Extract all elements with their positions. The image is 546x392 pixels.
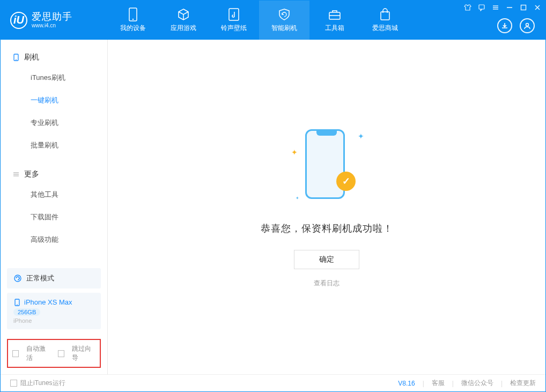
- sidebar-item-batch-flash[interactable]: 批量刷机: [1, 134, 107, 157]
- device-card[interactable]: iPhone XS Max 256GB iPhone: [7, 293, 101, 329]
- music-file-icon: [227, 8, 241, 21]
- tab-label: 铃声壁纸: [221, 24, 247, 33]
- tab-label: 应用游戏: [171, 24, 196, 33]
- phone-icon: [13, 299, 21, 306]
- svg-rect-6: [479, 5, 484, 9]
- flash-options-highlighted: 自动激活 跳过向导: [7, 339, 101, 368]
- svg-rect-11: [521, 5, 526, 10]
- checkbox-auto-activate[interactable]: [12, 350, 19, 357]
- device-name-row: iPhone XS Max: [13, 298, 94, 306]
- toolbox-icon: [328, 8, 342, 21]
- version-label: V8.16: [398, 380, 415, 387]
- download-button[interactable]: [497, 18, 512, 33]
- close-button[interactable]: [533, 3, 542, 12]
- phone-icon: [12, 54, 20, 61]
- footer: 阻止iTunes运行 V8.16 | 客服 | 微信公众号 | 检查更新: [1, 374, 545, 391]
- list-icon: [12, 171, 20, 178]
- sidebar-section-more: 更多 其他工具 下载固件 高级功能: [1, 157, 107, 251]
- tab-ringtones-wallpapers[interactable]: 铃声壁纸: [209, 1, 259, 40]
- checkbox-block-itunes[interactable]: [10, 380, 17, 387]
- sparkle-icon: ✦: [296, 196, 299, 201]
- skin-icon[interactable]: [463, 3, 473, 12]
- checkbox-label: 跳过向导: [72, 344, 95, 363]
- main-content: ✓ ✦ ✦ ✦ 恭喜您，保资料刷机成功啦！ 确定 查看日志: [108, 40, 545, 374]
- footer-right: V8.16 | 客服 | 微信公众号 | 检查更新: [398, 379, 536, 388]
- sparkle-icon: ✦: [358, 132, 364, 140]
- sidebar-section-head: 刷机: [1, 48, 107, 66]
- sidebar-item-advanced[interactable]: 高级功能: [1, 228, 107, 251]
- view-log-link[interactable]: 查看日志: [314, 279, 340, 288]
- minimize-button[interactable]: [505, 3, 514, 12]
- app-url: www.i4.cn: [32, 23, 72, 28]
- logo-area: iU 爱思助手 www.i4.cn: [1, 1, 108, 40]
- ok-button[interactable]: 确定: [294, 250, 359, 269]
- section-title: 刷机: [24, 53, 39, 62]
- device-capacity: 256GB: [13, 308, 40, 316]
- menu-icon[interactable]: [491, 3, 500, 12]
- nav-tabs: 我的设备 应用游戏 铃声壁纸 智能刷机 工具箱 爱思商城: [108, 1, 410, 40]
- success-message: 恭喜您，保资料刷机成功啦！: [261, 222, 393, 235]
- checkbox-label: 阻止iTunes运行: [20, 379, 65, 388]
- sparkle-icon: ✦: [291, 148, 298, 157]
- tab-label: 工具箱: [325, 24, 344, 33]
- tab-store[interactable]: 爱思商城: [360, 1, 410, 40]
- logo-icon: iU: [10, 12, 27, 29]
- tab-toolbox[interactable]: 工具箱: [309, 1, 360, 40]
- body: 刷机 iTunes刷机 一键刷机 专业刷机 批量刷机 更多 其他工具 下载固件 …: [1, 40, 545, 374]
- sidebar-section-flash: 刷机 iTunes刷机 一键刷机 专业刷机 批量刷机: [1, 40, 107, 157]
- wechat-link[interactable]: 微信公众号: [461, 379, 493, 388]
- section-title: 更多: [24, 169, 39, 179]
- tab-my-device[interactable]: 我的设备: [108, 1, 158, 40]
- checkbox-label: 自动激活: [26, 344, 50, 363]
- support-link[interactable]: 客服: [432, 379, 445, 388]
- device-type: iPhone: [13, 317, 94, 324]
- svg-point-1: [132, 19, 134, 20]
- refresh-icon: [13, 274, 22, 283]
- footer-left: 阻止iTunes运行: [10, 379, 394, 388]
- sidebar-item-download-firmware[interactable]: 下载固件: [1, 206, 107, 228]
- tab-label: 我的设备: [120, 24, 146, 33]
- tab-label: 爱思商城: [372, 24, 398, 33]
- tab-apps-games[interactable]: 应用游戏: [158, 1, 209, 40]
- separator: |: [452, 380, 454, 387]
- feedback-icon[interactable]: [477, 3, 486, 12]
- svg-point-14: [526, 24, 529, 26]
- svg-rect-5: [381, 12, 389, 20]
- check-update-link[interactable]: 检查更新: [510, 379, 536, 388]
- svg-point-16: [16, 59, 17, 60]
- sidebar-section-head: 更多: [1, 165, 107, 183]
- svg-point-23: [17, 304, 18, 305]
- svg-point-20: [14, 275, 21, 282]
- checkmark-badge-icon: ✓: [336, 172, 356, 191]
- checkbox-skip-wizard[interactable]: [58, 350, 64, 357]
- separator: |: [423, 380, 424, 387]
- cube-icon: [176, 8, 190, 21]
- maximize-button[interactable]: [519, 3, 528, 12]
- tab-label: 智能刷机: [271, 24, 297, 33]
- bag-icon: [378, 8, 392, 21]
- success-illustration: ✓ ✦ ✦ ✦: [294, 127, 359, 207]
- logo-text: 爱思助手 www.i4.cn: [32, 12, 72, 28]
- app-name: 爱思助手: [32, 12, 72, 23]
- device-name: iPhone XS Max: [24, 298, 72, 306]
- svg-rect-2: [229, 9, 239, 20]
- app-header: iU 爱思助手 www.i4.cn 我的设备 应用游戏 铃声壁纸 智能刷机 工具…: [1, 1, 545, 40]
- status-label: 正常模式: [26, 273, 54, 283]
- sidebar-item-itunes-flash[interactable]: iTunes刷机: [1, 66, 107, 89]
- sidebar-item-pro-flash[interactable]: 专业刷机: [1, 112, 107, 134]
- window-controls: [463, 3, 542, 12]
- shield-refresh-icon: [277, 8, 291, 21]
- sidebar-item-other-tools[interactable]: 其他工具: [1, 183, 107, 206]
- tab-smart-flash[interactable]: 智能刷机: [259, 1, 309, 40]
- device-icon: [126, 8, 140, 21]
- header-actions: [497, 18, 535, 33]
- sidebar-item-oneclick-flash[interactable]: 一键刷机: [1, 89, 107, 112]
- svg-point-21: [19, 278, 20, 279]
- sidebar: 刷机 iTunes刷机 一键刷机 专业刷机 批量刷机 更多 其他工具 下载固件 …: [1, 40, 108, 374]
- device-mode-status[interactable]: 正常模式: [7, 268, 101, 289]
- separator: |: [501, 380, 503, 387]
- user-button[interactable]: [520, 18, 535, 33]
